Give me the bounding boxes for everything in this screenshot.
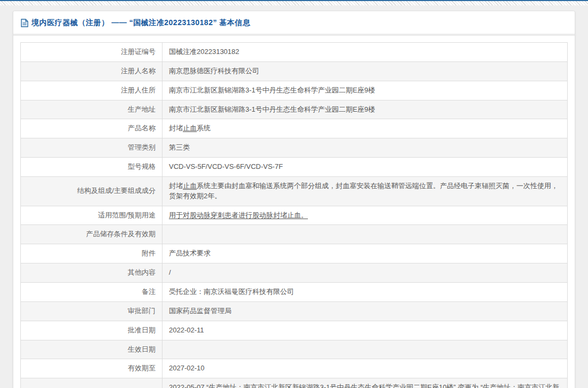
row-label: 变更情况 xyxy=(21,378,163,388)
row-value: 第三类 xyxy=(163,138,568,158)
row-label: 注册证编号 xyxy=(21,43,163,62)
row-value: 2022-02-11 xyxy=(163,321,568,340)
top-decorative-border xyxy=(0,0,588,5)
table-row: 产品储存条件及有效期 xyxy=(21,225,568,244)
row-label: 适用范围/预期用途 xyxy=(21,206,163,225)
underlined-term: 止血 xyxy=(183,124,197,132)
underlined-term: 止血 xyxy=(183,182,197,190)
table-row: 注册人住所南京市江北新区新锦湖路3-1号中丹生态生命科学产业园二期E座9楼 xyxy=(21,81,568,100)
row-value: 产品技术要求 xyxy=(163,244,568,263)
page: 境内医疗器械（注册） —— “国械注准20223130182” 基本信息 注册证… xyxy=(0,0,588,388)
panel-header: 境内医疗器械（注册） —— “国械注准20223130182” 基本信息 xyxy=(13,11,575,36)
table-row: 备注受托企业：南京沃福曼医疗科技有限公司 xyxy=(21,282,568,301)
row-label: 批准日期 xyxy=(21,321,163,340)
row-label: 产品名称 xyxy=(21,119,163,138)
table-row: 注册证编号国械注准20223130182 xyxy=(21,43,568,62)
page-title: 境内医疗器械（注册） —— “国械注准20223130182” 基本信息 xyxy=(32,18,250,28)
row-value: 用于对股动脉穿刺患者进行股动脉封堵止血。 xyxy=(163,206,568,225)
row-label: 生产地址 xyxy=(21,100,163,119)
row-value: 受托企业：南京沃福曼医疗科技有限公司 xyxy=(163,282,568,301)
registration-info-table: 注册证编号国械注准20223130182注册人名称南京思脉德医疗科技有限公司注册… xyxy=(20,42,568,388)
underlined-term: 用于对股动脉穿刺患者进行股动脉封堵止血。 xyxy=(169,211,308,219)
row-label: 注册人名称 xyxy=(21,61,163,81)
row-label: 附件 xyxy=(21,244,163,263)
row-value xyxy=(163,340,568,359)
row-value: VCD-VS-5F/VCD-VS-6F/VCD-VS-7F xyxy=(163,158,568,177)
page-gap xyxy=(0,5,588,11)
table-row: 批准日期2022-02-11 xyxy=(21,321,568,340)
table-row: 其他内容/ xyxy=(21,263,568,283)
row-value: 封堵止血系统主要由封血塞和输送系统两个部分组成，封血塞安装在输送鞘管远端位置。产… xyxy=(163,176,568,206)
row-label: 生效日期 xyxy=(21,340,163,359)
table-row: 生产地址南京市江北新区新锦湖路3-1号中丹生态生命科学产业园二期E座9楼 xyxy=(21,100,568,119)
table-row: 适用范围/预期用途用于对股动脉穿刺患者进行股动脉封堵止血。 xyxy=(21,206,568,225)
table-wrapper: 注册证编号国械注准20223130182注册人名称南京思脉德医疗科技有限公司注册… xyxy=(13,36,575,388)
row-value: 南京思脉德医疗科技有限公司 xyxy=(163,61,568,81)
table-row: 管理类别第三类 xyxy=(21,138,568,158)
table-row: 注册人名称南京思脉德医疗科技有限公司 xyxy=(21,61,568,81)
table-row: 审批部门国家药品监督管理局 xyxy=(21,301,568,321)
table-row: 型号规格VCD-VS-5F/VCD-VS-6F/VCD-VS-7F xyxy=(21,158,568,177)
row-value: 国家药品监督管理局 xyxy=(163,301,568,321)
table-row: 生效日期 xyxy=(21,340,568,359)
row-label: 备注 xyxy=(21,282,163,301)
table-row: 有效期至2027-02-10 xyxy=(21,359,568,378)
row-value: 2027-02-10 xyxy=(163,359,568,378)
table-row: 附件产品技术要求 xyxy=(21,244,568,263)
info-panel: 境内医疗器械（注册） —— “国械注准20223130182” 基本信息 注册证… xyxy=(13,11,575,388)
row-value: 南京市江北新区新锦湖路3-1号中丹生态生命科学产业园二期E座9楼 xyxy=(163,81,568,100)
row-value xyxy=(163,225,568,244)
row-label: 管理类别 xyxy=(21,138,163,158)
row-label: 有效期至 xyxy=(21,359,163,378)
table-row: 变更情况2022-05-07 “生产地址：南京市江北新区新锦湖路3-1号中丹生态… xyxy=(21,378,568,388)
table-row: 产品名称封堵止血系统 xyxy=(21,119,568,138)
row-label: 型号规格 xyxy=(21,158,163,177)
row-value: 南京市江北新区新锦湖路3-1号中丹生态生命科学产业园二期E座9楼 xyxy=(163,100,568,119)
row-value: / xyxy=(163,263,568,283)
row-label: 审批部门 xyxy=(21,301,163,321)
row-label: 注册人住所 xyxy=(21,81,163,100)
row-value: 国械注准20223130182 xyxy=(163,43,568,62)
row-value: 2022-05-07 “生产地址：南京市江北新区新锦湖路3-1号中丹生态生命科学… xyxy=(163,378,568,388)
table-row: 结构及组成/主要组成成分封堵止血系统主要由封血塞和输送系统两个部分组成，封血塞安… xyxy=(21,176,568,206)
row-label: 产品储存条件及有效期 xyxy=(21,225,163,244)
row-value: 封堵止血系统 xyxy=(163,119,568,138)
row-label: 其他内容 xyxy=(21,263,163,283)
document-icon xyxy=(21,19,28,27)
row-label: 结构及组成/主要组成成分 xyxy=(21,176,163,206)
